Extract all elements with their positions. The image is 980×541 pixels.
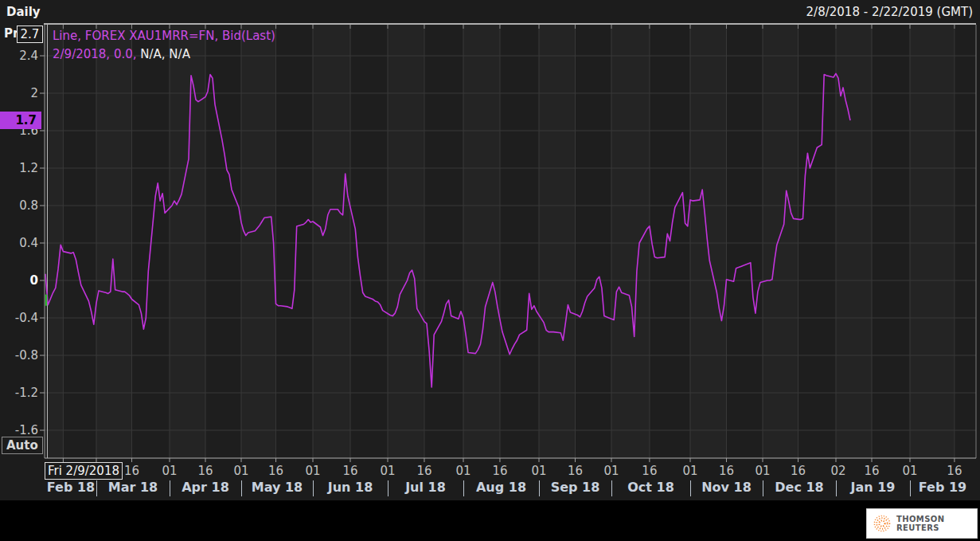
y-tick-label: -1.2 — [0, 385, 38, 401]
auto-scale-button[interactable]: Auto — [2, 437, 43, 454]
month-separator — [388, 480, 388, 496]
x-month-label: Mar 18 — [97, 480, 169, 496]
legend-series-label[interactable]: Line, FOREX XAU1MRR=FN, Bid(Last) — [53, 27, 275, 45]
x-tick-label: 16 — [858, 463, 885, 479]
month-separator — [690, 480, 691, 496]
x-month-label: Dec 18 — [763, 480, 835, 496]
x-tick-label: 16 — [337, 463, 364, 479]
x-month-label: Feb 19 — [907, 480, 978, 496]
month-separator — [836, 480, 837, 496]
cursor-price-readout: 2.7 — [17, 25, 43, 43]
x-month-label: Jul 18 — [390, 480, 462, 496]
x-tick-label: 01 — [525, 463, 552, 479]
month-separator — [463, 480, 464, 496]
x-tick-label: 01 — [677, 463, 704, 479]
series-legend[interactable]: Line, FOREX XAU1MRR=FN, Bid(Last) 2/9/20… — [53, 27, 275, 64]
month-separator — [763, 480, 763, 496]
thomson-reuters-kinesis-icon — [873, 512, 892, 535]
legend-cursor-date-value: 2/9/2018, 0.0, — [53, 47, 137, 61]
cursor-date-readout: Fri 2/9/2018 — [45, 462, 123, 480]
x-tick-label: 01 — [228, 463, 255, 479]
month-separator — [611, 480, 612, 496]
x-tick-label: 16 — [263, 463, 290, 479]
x-month-label: Sep 18 — [540, 480, 611, 496]
y-tick-label: -0.4 — [0, 310, 38, 326]
y-tick-label: 0 — [0, 272, 38, 288]
x-tick-label: 01 — [156, 463, 183, 479]
x-tick-label: 01 — [299, 463, 326, 479]
y-tick-label: -0.8 — [0, 347, 38, 363]
x-tick-label: 16 — [785, 463, 812, 479]
x-tick-label: 01 — [749, 463, 776, 479]
month-separator — [96, 480, 97, 496]
x-tick-label: 16 — [636, 463, 663, 479]
logo-wordmark: THOMSON REUTERS — [896, 515, 977, 532]
legend-cursor-na-values: N/A, N/A — [137, 47, 190, 61]
x-tick-label: 01 — [374, 463, 401, 479]
x-tick-label: 16 — [713, 463, 740, 479]
price-chart[interactable] — [0, 0, 980, 541]
y-tick-label: 2.4 — [0, 48, 38, 64]
x-tick-label: 01 — [598, 463, 625, 479]
month-separator — [313, 480, 314, 496]
x-tick-label: 16 — [411, 463, 438, 479]
x-tick-label: 16 — [486, 463, 513, 479]
x-month-label: May 18 — [241, 480, 313, 496]
x-tick-label: 01 — [896, 463, 923, 479]
thomson-reuters-logo: THOMSON REUTERS — [866, 508, 978, 539]
x-tick-label: 16 — [192, 463, 219, 479]
x-tick-label: 16 — [562, 463, 589, 479]
y-tick-label: 2 — [0, 85, 38, 101]
month-separator — [539, 480, 540, 496]
footer-strip: THOMSON REUTERS — [0, 500, 980, 541]
y-tick-label: 0.8 — [0, 198, 38, 214]
month-separator — [910, 480, 911, 496]
x-month-label: Jan 19 — [837, 480, 909, 496]
y-tick-label: 0.4 — [0, 235, 38, 251]
last-price-tag: 1.7 — [0, 112, 41, 129]
month-separator — [170, 480, 170, 496]
x-tick-label: 16 — [941, 463, 968, 479]
legend-cursor-values: 2/9/2018, 0.0, N/A, N/A — [53, 45, 275, 64]
x-tick-label: 02 — [825, 463, 852, 479]
y-tick-label: 1.2 — [0, 160, 38, 176]
x-month-label: Nov 18 — [691, 480, 763, 496]
x-month-label: Apr 18 — [170, 480, 241, 496]
y-tick-label: -1.6 — [0, 422, 38, 438]
month-separator — [241, 480, 242, 496]
x-month-label: Aug 18 — [466, 480, 537, 496]
x-month-label: Oct 18 — [615, 480, 687, 496]
eikon-chart-window: Daily 2/8/2018 - 2/22/2019 (GMT) Pr 2.7 … — [0, 0, 980, 541]
x-tick-label: 01 — [450, 463, 477, 479]
x-month-label: Jun 18 — [314, 480, 386, 496]
